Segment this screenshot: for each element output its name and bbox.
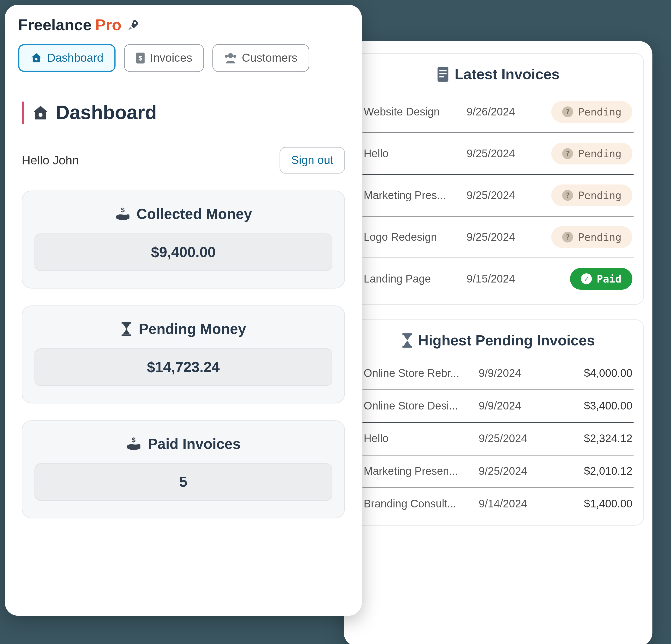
right-panel: Latest Invoices Website Design9/26/2024?… [344,41,652,644]
latest-rows: Website Design9/26/2024?PendingHello9/25… [363,91,634,299]
question-icon: ? [562,232,573,242]
status-text: Paid [597,273,621,285]
svg-rect-2 [440,73,447,74]
status-badge: ?Pending [552,101,632,123]
svg-rect-3 [440,76,444,77]
invoice-name: Online Store Rebr... [364,367,479,380]
tab-customers[interactable]: Customers [212,44,309,72]
invoice-status-col: ✓Paid [533,268,632,290]
svg-point-13 [38,113,42,117]
invoice-date: 9/25/2024 [479,465,545,478]
invoice-name: Online Store Desi... [364,400,479,413]
stat-title: Pending Money [34,320,332,337]
status-badge: ?Pending [552,184,632,206]
svg-point-11 [225,55,228,58]
table-row[interactable]: Marketing Pres...9/25/2024?Pending [363,175,634,217]
home-icon [30,52,42,64]
status-badge: ?Pending [552,143,632,165]
invoice-name: Marketing Pres... [364,189,466,202]
invoice-name: Hello [364,433,479,445]
page-title: Dashboard [22,102,345,124]
table-row[interactable]: Website Design9/26/2024?Pending [363,91,634,133]
hand-money-icon: $ [115,207,131,221]
svg-text:$: $ [121,207,125,214]
svg-rect-16 [122,334,131,336]
stat-card: $Collected Money$9,400.00 [22,191,345,288]
invoice-date: 9/9/2024 [479,400,545,413]
svg-text:$: $ [132,437,136,443]
status-text: Pending [578,189,621,202]
table-row[interactable]: Hello9/25/2024?Pending [363,133,634,175]
invoice-date: 9/25/2024 [467,147,533,160]
table-row[interactable]: Hello9/25/2024$2,324.12 [363,423,634,455]
table-row[interactable]: Logo Redesign9/25/2024?Pending [363,217,634,258]
stat-title: $Paid Invoices [34,435,332,452]
invoice-date: 9/25/2024 [479,433,545,445]
invoice-name: Website Design [364,106,466,118]
home-icon [31,104,50,122]
stat-title: $Collected Money [34,206,332,223]
left-panel: FreelancePro Dashboard $ Invoices [5,5,362,616]
svg-point-7 [35,58,37,61]
status-text: Pending [578,147,621,159]
table-row[interactable]: Branding Consult...9/14/2024$1,400.00 [363,488,634,520]
greeting-text: Hello John [22,153,79,167]
table-row[interactable]: Online Store Desi...9/9/2024$3,400.00 [363,390,634,423]
highest-pending-title: Highest Pending Invoices [363,332,634,349]
invoice-amount: $4,000.00 [545,367,632,380]
latest-invoices-card: Latest Invoices Website Design9/26/2024?… [352,53,644,305]
hourglass-icon [401,333,413,348]
content: Dashboard Hello John Sign out $Collected… [5,88,362,532]
tab-dashboard[interactable]: Dashboard [18,44,115,72]
svg-point-6 [134,21,136,24]
invoice-date: 9/14/2024 [479,498,545,511]
invoice-date: 9/25/2024 [467,231,533,243]
rocket-icon [125,18,140,32]
invoice-status-col: ?Pending [533,226,632,248]
invoice-date: 9/25/2024 [467,189,533,202]
card-title-text: Latest Invoices [455,66,560,83]
status-text: Pending [578,106,621,118]
stat-value: 5 [34,463,332,501]
svg-rect-5 [403,346,412,348]
invoice-status-col: ?Pending [533,143,632,165]
svg-point-10 [228,53,233,58]
invoice-amount: $2,010.12 [545,465,632,478]
highest-rows: Online Store Rebr...9/9/2024$4,000.00Onl… [363,357,634,520]
table-row[interactable]: Landing Page9/15/2024✓Paid [363,258,634,299]
svg-text:$: $ [139,54,142,62]
check-icon: ✓ [581,273,592,284]
svg-rect-15 [122,322,131,324]
stat-value: $9,400.00 [34,234,332,271]
invoice-name: Branding Consult... [364,498,479,511]
status-badge: ✓Paid [570,268,632,290]
tabs: Dashboard $ Invoices Customers [18,44,349,72]
page-title-text: Dashboard [56,102,157,124]
invoice-icon: $ [136,52,145,64]
stat-label: Collected Money [136,206,252,223]
svg-point-12 [233,55,236,58]
stat-card: Pending Money$14,723.24 [22,305,345,403]
table-row[interactable]: Marketing Presen...9/25/2024$2,010.12 [363,455,634,488]
table-row[interactable]: Online Store Rebr...9/9/2024$4,000.00 [363,357,634,390]
tab-label: Invoices [150,51,192,65]
brand-name: Freelance [18,16,91,34]
question-icon: ? [562,106,573,117]
brand-logo: FreelancePro [18,16,349,34]
hand-money-icon: $ [126,437,142,451]
status-text: Pending [578,231,621,243]
brand-suffix: Pro [95,16,122,34]
stat-label: Paid Invoices [148,435,241,452]
stat-card: $Paid Invoices5 [22,420,345,518]
signout-button[interactable]: Sign out [280,147,345,173]
tab-label: Dashboard [47,51,103,65]
invoice-date: 9/26/2024 [467,106,533,118]
invoice-date: 9/9/2024 [479,367,545,380]
card-title-text: Highest Pending Invoices [418,332,595,349]
hourglass-icon [121,322,132,336]
tab-label: Customers [242,51,297,65]
invoice-status-col: ?Pending [533,101,632,123]
stat-label: Pending Money [139,320,246,337]
topbar: FreelancePro Dashboard $ Invoices [5,5,362,78]
tab-invoices[interactable]: $ Invoices [124,44,204,72]
